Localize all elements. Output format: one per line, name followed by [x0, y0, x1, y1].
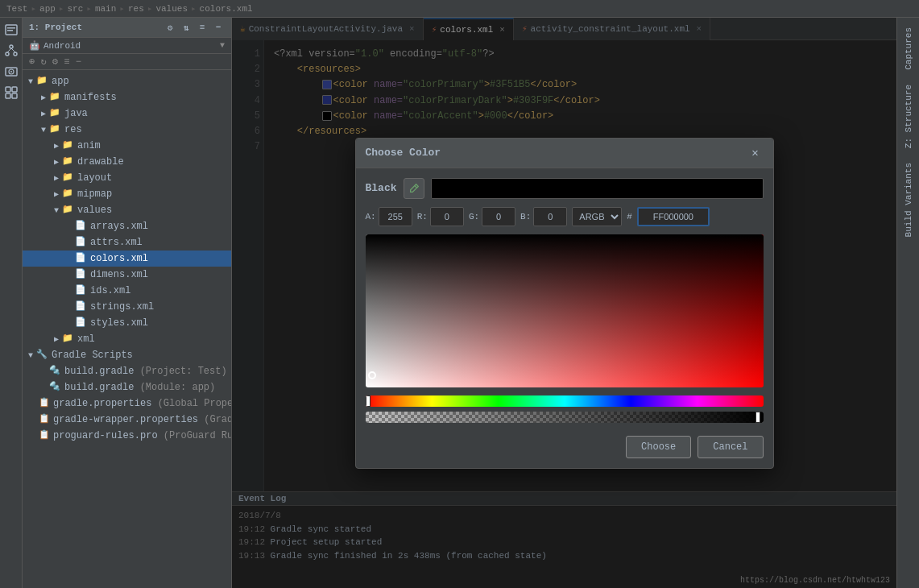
tree-label-gradle-wrapper-props: gradle-wrapper.properties (Gradle Versio…	[53, 414, 231, 425]
color-name-row: Black	[366, 178, 764, 199]
tree-item-drawable[interactable]: ▶ 📁 drawable	[23, 154, 231, 170]
tree-item-colors-xml[interactable]: 📄 colors.xml	[23, 251, 231, 267]
breadcrumb-app[interactable]: app	[39, 4, 56, 14]
red-input[interactable]	[430, 207, 464, 226]
tree-item-mipmap[interactable]: ▶ 📁 mipmap	[23, 186, 231, 202]
android-dropdown-arrow[interactable]: ▼	[220, 41, 225, 50]
tree-item-gradle-wrapper-props[interactable]: 📋 gradle-wrapper.properties (Gradle Vers…	[23, 412, 231, 428]
captures-icon[interactable]	[2, 63, 20, 81]
color-picker-dialog: Choose Color ✕ Black	[355, 138, 774, 469]
svg-point-10	[10, 71, 12, 72]
tree-label-res: res	[64, 124, 82, 135]
choose-button[interactable]: Choose	[626, 436, 691, 458]
structure-icon[interactable]	[2, 42, 20, 60]
hue-gradient	[366, 395, 764, 407]
cancel-button[interactable]: Cancel	[698, 436, 763, 458]
sync-icon[interactable]: ⇅	[180, 21, 192, 34]
svg-rect-1	[7, 27, 15, 29]
tree-item-build-gradle-app[interactable]: 🔩 build.gradle (Module: app)	[23, 379, 231, 395]
project-panel-title: 1: Project	[29, 23, 82, 32]
tree-item-proguard-rules[interactable]: 📋 proguard-rules.pro (ProGuard Rules for…	[23, 428, 231, 444]
right-panel-build-variants[interactable]: Build Variants	[900, 156, 917, 243]
svg-line-7	[11, 48, 15, 52]
tree-item-dimens-xml[interactable]: 📄 dimens.xml	[23, 267, 231, 283]
expand-arrow: ▼	[39, 126, 48, 135]
blue-input[interactable]	[533, 207, 567, 226]
breadcrumb-res[interactable]: res	[128, 4, 144, 14]
tree-item-styles-xml[interactable]: 📄 styles.xml	[23, 315, 231, 331]
tree-item-app[interactable]: ▼ 📁 app	[23, 73, 231, 89]
gear-icon[interactable]: ⚙	[164, 21, 176, 34]
breadcrumb-file[interactable]: colors.xml	[200, 4, 253, 14]
modal-buttons: Choose Cancel	[366, 433, 764, 458]
svg-rect-13	[6, 93, 10, 98]
expand-arrow: ▼	[26, 351, 35, 360]
hex-input[interactable]	[637, 207, 710, 226]
tree-item-attrs-xml[interactable]: 📄 attrs.xml	[23, 234, 231, 251]
green-field: G:	[469, 207, 515, 226]
tree-label-dimens-xml: dimens.xml	[90, 269, 148, 280]
tree-item-gradle-properties[interactable]: 📋 gradle.properties (Global Properties)	[23, 395, 231, 412]
tree-label-values: values	[77, 205, 112, 216]
expand-arrow: ▶	[39, 93, 48, 102]
tree-item-xml-folder[interactable]: ▶ 📁 xml	[23, 331, 231, 347]
tree-label-manifests: manifests	[64, 92, 117, 103]
folder-icon: 📁	[61, 204, 74, 217]
tree-item-arrays-xml[interactable]: 📄 arrays.xml	[23, 218, 231, 234]
tree-item-java[interactable]: ▶ 📁 java	[23, 106, 231, 122]
xml-file-icon: 📄	[74, 300, 87, 313]
color-gradient-picker[interactable]	[366, 234, 764, 387]
tree-item-layout[interactable]: ▶ 📁 layout	[23, 170, 231, 186]
right-panel-captures[interactable]: Captures	[900, 21, 917, 77]
tree-item-manifests[interactable]: ▶ 📁 manifests	[23, 89, 231, 106]
tree-item-build-gradle-project[interactable]: 🔩 build.gradle (Project: Test)	[23, 363, 231, 379]
folder-icon: 📁	[48, 123, 61, 136]
breadcrumb-test[interactable]: Test	[6, 4, 27, 14]
blue-field: B:	[520, 207, 567, 226]
eyedropper-button[interactable]	[404, 178, 424, 199]
color-name-label: Black	[366, 182, 397, 194]
tree-item-gradle-scripts[interactable]: ▼ 🔧 Gradle Scripts	[23, 347, 231, 363]
hue-slider[interactable]	[366, 395, 764, 407]
gradle-wrap-file-icon: 📋	[39, 397, 50, 410]
proguard-file-icon: 📋	[39, 429, 50, 442]
gradle-wrap-file-icon: 📋	[39, 413, 50, 426]
tree-item-res[interactable]: ▼ 📁 res	[23, 122, 231, 138]
svg-line-6	[7, 48, 11, 52]
breadcrumb-src[interactable]: src	[67, 4, 83, 14]
breadcrumb-values[interactable]: values	[155, 4, 188, 14]
folder-icon: 📁	[61, 188, 74, 201]
folder-icon: 📁	[48, 91, 61, 104]
folder-icon: 📁	[48, 107, 61, 120]
minimize-icon[interactable]: −	[212, 21, 225, 34]
alpha-field: A:	[366, 207, 412, 226]
tree-item-anim[interactable]: ▶ 📁 anim	[23, 138, 231, 154]
svg-rect-11	[6, 87, 10, 92]
tree-item-strings-xml[interactable]: 📄 strings.xml	[23, 299, 231, 315]
tree-item-values[interactable]: ▼ 📁 values	[23, 202, 231, 218]
breadcrumb-main[interactable]: main	[95, 4, 116, 14]
project-panel-header: 1: Project ⚙ ⇅ ≡ −	[23, 18, 231, 38]
alpha-label: A:	[366, 212, 376, 222]
color-preview-bar	[431, 178, 764, 199]
build-variants-icon[interactable]	[2, 84, 20, 101]
alpha-slider[interactable]	[366, 412, 764, 423]
tree-label-layout: layout	[77, 172, 112, 184]
tree-item-ids-xml[interactable]: 📄 ids.xml	[23, 283, 231, 299]
color-format-select[interactable]: ARGB RGB HSB	[572, 207, 622, 226]
green-input[interactable]	[482, 207, 515, 226]
tree-label-attrs-xml: attrs.xml	[90, 237, 143, 248]
alpha-input[interactable]	[379, 207, 412, 226]
blue-label: B:	[520, 212, 531, 222]
project-tree: ▼ 📁 app ▶ 📁 manifests ▶ 📁 java ▼ 📁 res ▶	[23, 70, 231, 588]
expand-arrow: ▶	[52, 334, 61, 344]
modal-close-button[interactable]: ✕	[747, 145, 764, 161]
xml-file-icon: 📄	[74, 284, 87, 297]
argb-row: A: R: G: B:	[366, 207, 764, 226]
settings-icon[interactable]: ≡	[196, 21, 209, 34]
tree-label-proguard-rules: proguard-rules.pro (ProGuard Rules for a…	[53, 430, 231, 441]
red-label: R:	[417, 212, 428, 222]
right-panel-structure[interactable]: Z: Structure	[900, 78, 917, 155]
expand-arrow: ▶	[52, 157, 61, 167]
project-icon[interactable]	[2, 21, 20, 39]
